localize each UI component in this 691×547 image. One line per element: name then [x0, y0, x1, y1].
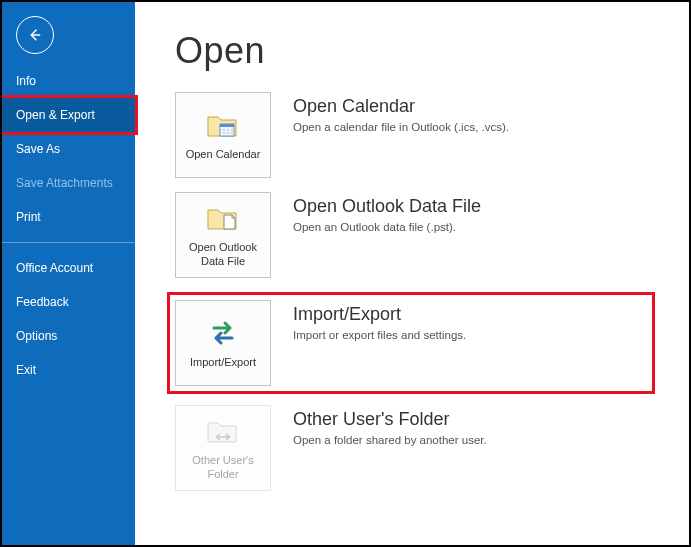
- nav-save-attachments: Save Attachments: [2, 166, 135, 200]
- tile-label: Other User's Folder: [176, 454, 270, 482]
- backstage-sidebar: Info Open & Export Save As Save Attachme…: [2, 2, 135, 545]
- nav-info[interactable]: Info: [2, 64, 135, 98]
- nav-feedback[interactable]: Feedback: [2, 285, 135, 319]
- nav-open-export[interactable]: Open & Export: [0, 95, 138, 135]
- option-other-users-folder: Other User's Folder Other User's Folder …: [175, 405, 655, 491]
- page-title: Open: [175, 30, 655, 72]
- option-desc: Open a calendar file in Outlook (.ics, .…: [293, 121, 509, 133]
- tile-label: Open Calendar: [182, 148, 265, 162]
- option-open-calendar: Open Calendar Open Calendar Open a calen…: [175, 92, 655, 178]
- option-open-data-file: Open Outlook Data File Open Outlook Data…: [175, 192, 655, 278]
- option-desc: Open an Outlook data file (.pst).: [293, 221, 481, 233]
- tile-other-users-folder[interactable]: Other User's Folder: [175, 405, 271, 491]
- option-desc: Open a folder shared by another user.: [293, 434, 487, 446]
- nav-separator: [2, 242, 135, 243]
- nav-options[interactable]: Options: [2, 319, 135, 353]
- option-import-export: Import/Export Import/Export Import or ex…: [167, 292, 655, 394]
- tile-open-data-file[interactable]: Open Outlook Data File: [175, 192, 271, 278]
- option-heading: Import/Export: [293, 304, 466, 325]
- option-heading: Open Calendar: [293, 96, 509, 117]
- svg-rect-1: [220, 124, 234, 127]
- option-heading: Open Outlook Data File: [293, 196, 481, 217]
- tile-import-export[interactable]: Import/Export: [175, 300, 271, 386]
- import-export-icon: [208, 316, 238, 350]
- nav-office-account[interactable]: Office Account: [2, 251, 135, 285]
- option-heading: Other User's Folder: [293, 409, 487, 430]
- data-file-folder-icon: [206, 201, 240, 235]
- calendar-folder-icon: [206, 108, 240, 142]
- nav-save-as[interactable]: Save As: [2, 132, 135, 166]
- tile-label: Open Outlook Data File: [176, 241, 270, 269]
- nav-print[interactable]: Print: [2, 200, 135, 234]
- arrow-left-icon: [26, 26, 44, 44]
- tile-label: Import/Export: [186, 356, 260, 370]
- shared-folder-icon: [206, 414, 240, 448]
- nav-exit[interactable]: Exit: [2, 353, 135, 387]
- tile-open-calendar[interactable]: Open Calendar: [175, 92, 271, 178]
- option-desc: Import or export files and settings.: [293, 329, 466, 341]
- back-button[interactable]: [16, 16, 54, 54]
- main-pane: Open Open Calendar Open Calendar Open a …: [135, 2, 689, 545]
